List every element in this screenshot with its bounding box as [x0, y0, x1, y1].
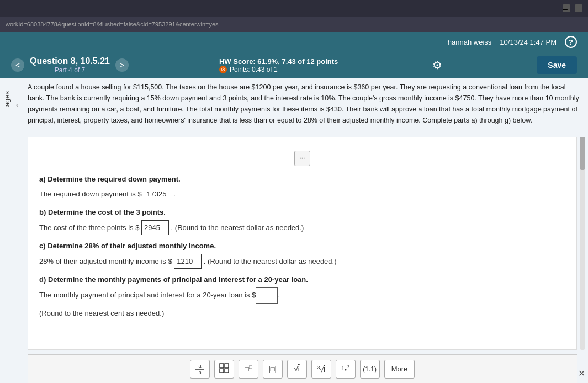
toolbar-decimal-icon: 1 2: [340, 363, 351, 375]
svg-text:2: 2: [347, 365, 349, 369]
part-d-label: d) Determine the monthly payments of pri…: [39, 273, 565, 286]
back-arrow-button[interactable]: ←: [14, 99, 24, 111]
part-b-answer: The cost of the three points is $ 2945 .…: [39, 220, 565, 235]
prev-question-button[interactable]: <: [11, 58, 24, 72]
toolbar-grid-icon: [219, 363, 230, 375]
part-d-note: (Round to the nearest cent as needed.): [39, 307, 565, 320]
part-c-answer: 28% of their adjusted monthly income is …: [39, 254, 565, 269]
main-content-box: ··· a) Determine the required down payme…: [28, 137, 577, 350]
top-bar: hannah weiss 10/13/24 1:47 PM ?: [0, 32, 588, 52]
scrollbar[interactable]: [580, 137, 585, 350]
toolbar-fraction-icon: a b: [194, 363, 205, 376]
svg-text:1: 1: [341, 365, 345, 371]
part-a-value: 17325: [144, 187, 171, 201]
part-a-label: a) Determine the required down payment.: [39, 173, 565, 185]
points-label: ⊘ Points: 0.43 of 1: [219, 66, 338, 73]
part-a-answer: The required down payment is $ 17325 .: [39, 187, 565, 201]
part-d-input[interactable]: [256, 287, 278, 303]
user-info: hannah weiss 10/13/24 1:47 PM ?: [448, 36, 577, 48]
pages-label: ages: [3, 91, 11, 107]
toolbar-cbrt-button[interactable]: 3√i: [311, 360, 331, 379]
hw-score-label: HW Score: 61.9%, 7.43 of 12 points: [219, 57, 338, 66]
scrollbar-thumb[interactable]: [580, 137, 585, 170]
username: hannah weiss: [448, 38, 492, 46]
part-c-value: 1210: [174, 254, 202, 269]
more-button[interactable]: More: [384, 360, 415, 379]
toolbar-cbrt-icon: 3√i: [317, 365, 325, 374]
help-icon[interactable]: ?: [565, 36, 577, 48]
minimize-button[interactable]: –: [563, 4, 570, 12]
toolbar-fraction-button[interactable]: a b: [190, 360, 210, 379]
save-button[interactable]: Save: [537, 56, 577, 74]
svg-point-8: [345, 369, 346, 371]
toolbar-parens-icon: (1.1): [363, 365, 377, 373]
svg-rect-4: [225, 364, 229, 368]
toolbar-sqrt-icon: √i: [294, 365, 300, 373]
part-d-answer: The monthly payment of principal and int…: [39, 287, 565, 303]
question-subtitle: Part 4 of 7: [30, 66, 110, 74]
svg-text:a: a: [198, 363, 201, 369]
toolbar-grid-button[interactable]: [214, 360, 234, 379]
toolbar-superscript-icon: □□: [245, 364, 252, 373]
question-title: Question 8, 10.5.21 Part 4 of 7: [30, 56, 110, 74]
part-b-value: 2945: [141, 220, 169, 235]
toolbar-decimal-button[interactable]: 1 2: [336, 360, 356, 379]
part-d-prefix: The monthly payment of principal and int…: [39, 291, 256, 299]
maximize-button[interactable]: □: [575, 4, 582, 12]
datetime: 10/13/24 1:47 PM: [500, 38, 557, 46]
dots-button[interactable]: ···: [39, 148, 565, 168]
window-chrome: – □: [0, 0, 588, 17]
part-c-label: c) Determine 28% of their adjusted month…: [39, 240, 565, 252]
close-button[interactable]: ✕: [578, 368, 585, 379]
part-b-label: b) Determine the cost of the 3 points.: [39, 206, 565, 219]
settings-button[interactable]: ⚙: [428, 56, 446, 74]
next-question-button[interactable]: >: [115, 58, 129, 72]
more-label: More: [391, 365, 408, 373]
url-text: workId=680384778&questionId=8&flushed=fa…: [6, 21, 219, 28]
question-nav-bar: < Question 8, 10.5.21 Part 4 of 7 > HW S…: [0, 52, 588, 78]
toolbar-superscript-button[interactable]: □□: [239, 360, 258, 379]
svg-text:b: b: [198, 370, 201, 375]
svg-rect-6: [225, 369, 229, 373]
problem-text: A couple found a house selling for $115,…: [28, 82, 580, 126]
question-title-area: < Question 8, 10.5.21 Part 4 of 7 >: [11, 56, 129, 74]
part-d-suffix: .: [278, 291, 280, 299]
score-area: HW Score: 61.9%, 7.43 of 12 points ⊘ Poi…: [219, 57, 338, 73]
points-icon: ⊘: [219, 66, 227, 73]
url-bar: workId=680384778&questionId=8&flushed=fa…: [0, 17, 588, 32]
svg-rect-3: [220, 364, 224, 368]
math-toolbar: a b □□ |□| √i 3√i 1 2: [28, 354, 577, 383]
toolbar-parens-button[interactable]: (1.1): [360, 360, 380, 379]
svg-rect-5: [220, 369, 224, 373]
question-title-main: Question 8, 10.5.21: [30, 56, 110, 66]
toolbar-abs-button[interactable]: |□|: [263, 360, 283, 379]
toolbar-sqrt-button[interactable]: √i: [287, 360, 307, 379]
toolbar-abs-icon: |□|: [268, 365, 277, 373]
